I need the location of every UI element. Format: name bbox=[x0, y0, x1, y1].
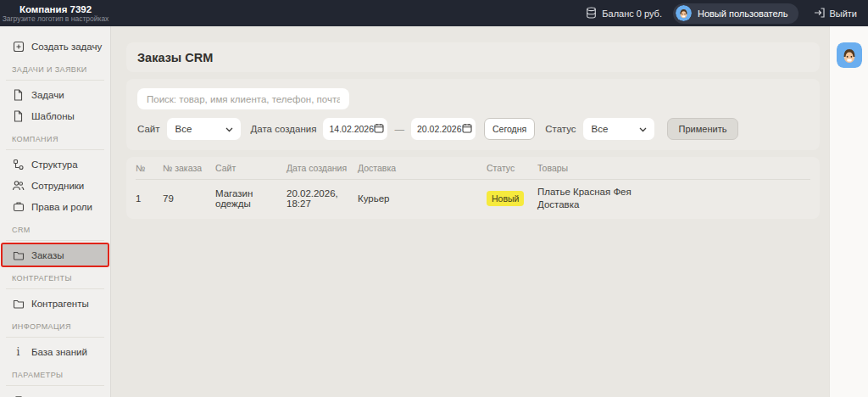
product-line: Платье Красная Фея bbox=[537, 186, 810, 198]
hierarchy-icon bbox=[12, 159, 25, 171]
col-created: Дата создания bbox=[287, 163, 358, 173]
sidebar-item-label: Задачи bbox=[31, 90, 64, 100]
info-icon: i bbox=[12, 346, 25, 358]
sidebar: Создать задачу ЗАДАЧИ И ЗАЯВКИ Задачи Ша… bbox=[0, 26, 111, 397]
sidebar-item-roles[interactable]: Права и роли bbox=[0, 196, 110, 217]
logout-button[interactable]: Выйти bbox=[814, 8, 857, 20]
document-icon bbox=[12, 110, 25, 122]
orders-table: № № заказа Сайт Дата создания Доставка С… bbox=[126, 157, 820, 219]
user-name: Новый пользователь bbox=[698, 8, 787, 19]
people-icon bbox=[12, 180, 25, 191]
divider bbox=[6, 240, 104, 241]
sidebar-section-contractors: КОНТРАГЕНТЫ bbox=[12, 274, 110, 285]
site-select[interactable]: Все bbox=[167, 118, 241, 140]
chevron-down-icon bbox=[225, 124, 233, 134]
sidebar-section-company: КОМПАНИЯ bbox=[12, 135, 110, 146]
sidebar-item-templates[interactable]: Шаблоны bbox=[0, 105, 110, 126]
cell-created: 20.02.2026, 18:27 bbox=[287, 188, 358, 209]
sidebar-item-label: Сотрудники bbox=[31, 181, 84, 191]
date-range-dash: — bbox=[394, 124, 404, 134]
sidebar-item-employees[interactable]: Сотрудники bbox=[0, 175, 110, 196]
cell-status: Новый bbox=[487, 191, 537, 206]
today-button[interactable]: Сегодня bbox=[484, 118, 535, 140]
status-select[interactable]: Все bbox=[583, 118, 654, 140]
divider bbox=[6, 337, 104, 338]
sidebar-section-parameters: ПАРАМЕТРЫ bbox=[12, 371, 110, 382]
calendar-icon bbox=[462, 123, 472, 135]
balance-label: Баланс 0 руб. bbox=[602, 8, 662, 19]
main-content: Заказы CRM Сайт Все Дата создания 14.02.… bbox=[111, 26, 829, 397]
sidebar-item-contractors[interactable]: Контрагенты bbox=[0, 293, 110, 314]
sidebar-section-crm: CRM bbox=[12, 226, 110, 237]
status-select-value: Все bbox=[592, 124, 609, 134]
cell-order-no: 79 bbox=[163, 193, 215, 204]
page-header: Заказы CRM bbox=[126, 42, 820, 72]
status-badge: Новый bbox=[487, 191, 524, 206]
divider bbox=[6, 80, 104, 81]
briefcase-icon bbox=[12, 201, 25, 212]
search-input[interactable] bbox=[137, 88, 349, 109]
user-avatar bbox=[676, 5, 692, 21]
date-to-value: 20.02.2026 bbox=[417, 124, 462, 134]
status-filter-label: Статус bbox=[545, 124, 576, 134]
folder-icon bbox=[12, 299, 25, 309]
logout-icon bbox=[814, 8, 825, 20]
create-task-icon bbox=[12, 41, 25, 53]
sidebar-item-label: Права и роли bbox=[31, 202, 92, 212]
apply-button[interactable]: Применить bbox=[667, 118, 739, 140]
sidebar-section-tasks: ЗАДАЧИ И ЗАЯВКИ bbox=[12, 65, 110, 76]
sidebar-item-payment[interactable]: Оплата bbox=[0, 389, 110, 397]
sidebar-section-information: ИНФОРМАЦИЯ bbox=[12, 322, 110, 333]
product-line: Доставка bbox=[537, 198, 810, 211]
divider bbox=[6, 149, 104, 150]
table-row[interactable]: 1 79 Магазин одежды 20.02.2026, 18:27 Ку… bbox=[136, 180, 810, 219]
cell-products: Платье Красная Фея Доставка bbox=[537, 186, 810, 211]
sidebar-item-structure[interactable]: Структура bbox=[0, 154, 110, 175]
company-subtitle: Загрузите логотип в настройках bbox=[0, 15, 111, 24]
date-from-input[interactable]: 14.02.2026 bbox=[323, 118, 387, 140]
balance-indicator[interactable]: Баланс 0 руб. bbox=[586, 7, 662, 20]
sidebar-item-label: Структура bbox=[31, 159, 78, 170]
sidebar-item-label: Создать задачу bbox=[31, 42, 102, 52]
col-status: Статус bbox=[487, 163, 537, 173]
sidebar-item-create-task[interactable]: Создать задачу bbox=[0, 36, 110, 57]
document-icon bbox=[12, 89, 25, 101]
page-title: Заказы CRM bbox=[137, 51, 213, 64]
logout-label: Выйти bbox=[829, 8, 857, 19]
col-products: Товары bbox=[537, 163, 810, 173]
chevron-down-icon bbox=[639, 124, 647, 134]
site-select-value: Все bbox=[175, 124, 192, 134]
col-site: Сайт bbox=[215, 163, 287, 173]
sidebar-item-label: Контрагенты bbox=[31, 299, 89, 309]
sidebar-item-orders[interactable]: Заказы bbox=[3, 244, 108, 266]
date-to-input[interactable]: 20.02.2026 bbox=[411, 118, 476, 140]
filters-panel: Сайт Все Дата создания 14.02.2026 — 20.0… bbox=[126, 79, 820, 150]
sidebar-item-label: База знаний bbox=[31, 347, 87, 357]
table-header-row: № № заказа Сайт Дата создания Доставка С… bbox=[136, 157, 810, 180]
sidebar-item-label: Заказы bbox=[31, 250, 64, 260]
user-menu[interactable]: Новый пользователь bbox=[673, 3, 798, 24]
cell-num: 1 bbox=[136, 193, 163, 204]
sidebar-item-label: Шаблоны bbox=[31, 111, 75, 121]
sidebar-item-tasks[interactable]: Задачи bbox=[0, 84, 110, 105]
calendar-icon bbox=[374, 123, 384, 135]
company-block: Компания 7392 Загрузите логотип в настро… bbox=[0, 3, 111, 24]
site-filter-label: Сайт bbox=[137, 124, 160, 134]
support-chat-avatar-button[interactable] bbox=[837, 42, 862, 68]
date-filter-label: Дата создания bbox=[251, 124, 317, 134]
date-from-value: 14.02.2026 bbox=[329, 124, 374, 134]
col-num: № bbox=[136, 163, 163, 173]
right-rail bbox=[829, 26, 868, 397]
col-order-no: № заказа bbox=[163, 163, 215, 173]
cell-delivery: Курьер bbox=[358, 193, 487, 204]
folder-icon bbox=[12, 250, 25, 260]
database-icon bbox=[586, 7, 597, 20]
cell-site: Магазин одежды bbox=[215, 188, 287, 209]
topbar: Компания 7392 Загрузите логотип в настро… bbox=[0, 0, 868, 26]
col-delivery: Доставка bbox=[358, 163, 487, 173]
divider bbox=[6, 385, 104, 386]
sidebar-item-knowledge-base[interactable]: i База знаний bbox=[0, 341, 110, 362]
divider bbox=[6, 288, 104, 289]
